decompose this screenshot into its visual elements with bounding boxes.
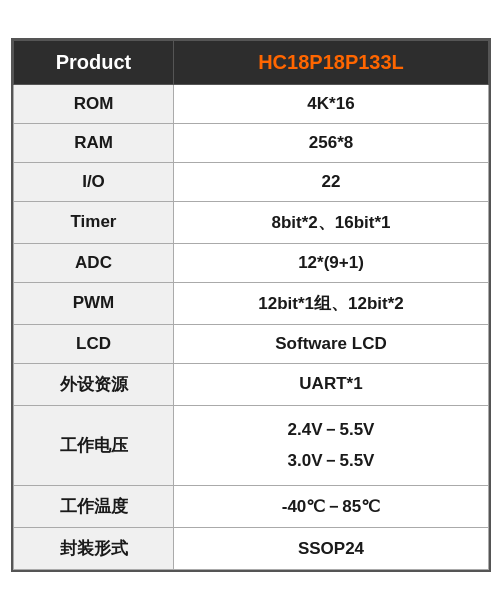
row-label: PWM <box>14 282 174 324</box>
row-value: UART*1 <box>174 363 489 405</box>
row-label: ADC <box>14 243 174 282</box>
table-row: Timer8bit*2、16bit*1 <box>14 201 489 243</box>
header-model: HC18P18P133L <box>174 40 489 84</box>
row-value: 12bit*1组、12bit*2 <box>174 282 489 324</box>
header-product: Product <box>14 40 174 84</box>
row-label: Timer <box>14 201 174 243</box>
row-value: 256*8 <box>174 123 489 162</box>
row-label: ROM <box>14 84 174 123</box>
row-label: 封装形式 <box>14 528 174 570</box>
table-row: I/O22 <box>14 162 489 201</box>
row-value: 8bit*2、16bit*1 <box>174 201 489 243</box>
table-row: 封装形式SSOP24 <box>14 528 489 570</box>
row-label: 工作电压 <box>14 405 174 485</box>
row-label: LCD <box>14 324 174 363</box>
table-row: 外设资源UART*1 <box>14 363 489 405</box>
row-label: I/O <box>14 162 174 201</box>
row-label: RAM <box>14 123 174 162</box>
table-row: RAM256*8 <box>14 123 489 162</box>
table-header-row: Product HC18P18P133L <box>14 40 489 84</box>
table-row: 工作电压2.4V－5.5V3.0V－5.5V <box>14 405 489 485</box>
table-row: PWM12bit*1组、12bit*2 <box>14 282 489 324</box>
row-value: -40℃－85℃ <box>174 486 489 528</box>
row-value: 2.4V－5.5V3.0V－5.5V <box>174 405 489 485</box>
table-row: 工作温度-40℃－85℃ <box>14 486 489 528</box>
table-row: ADC12*(9+1) <box>14 243 489 282</box>
table-row: LCDSoftware LCD <box>14 324 489 363</box>
row-value: 22 <box>174 162 489 201</box>
row-label: 工作温度 <box>14 486 174 528</box>
row-label: 外设资源 <box>14 363 174 405</box>
product-table: Product HC18P18P133L ROM4K*16RAM256*8I/O… <box>11 38 491 572</box>
row-value: 12*(9+1) <box>174 243 489 282</box>
table-row: ROM4K*16 <box>14 84 489 123</box>
row-value: Software LCD <box>174 324 489 363</box>
row-value: 4K*16 <box>174 84 489 123</box>
row-value: SSOP24 <box>174 528 489 570</box>
